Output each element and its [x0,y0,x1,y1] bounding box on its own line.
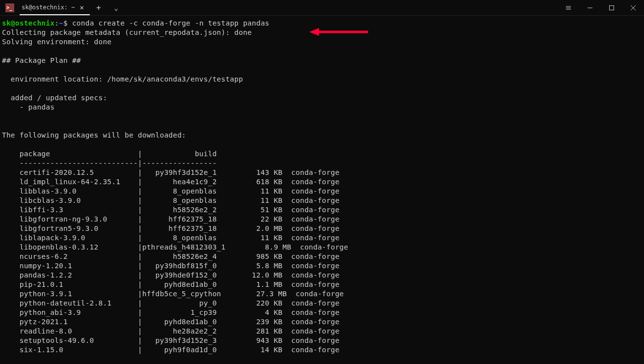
prompt-path: ~ [59,19,63,27]
command-text: conda create -c conda-forge -n testapp p… [68,19,269,27]
output-line: Solving environment: done [2,38,111,46]
output-line: python-dateutil-2.8.1 | py_0 220 KB cond… [2,299,340,307]
output-line: libcblas-3.9.0 | 8_openblas 11 KB conda-… [2,196,340,204]
output-line: certifi-2020.12.5 | py39hf3d152e_1 143 K… [2,168,340,176]
maximize-button[interactable] [601,0,622,15]
titlebar: >_ sk@ostechnix: ~ ✕ + ⌄ [0,0,644,16]
prompt-colon: : [54,19,59,27]
output-line: pytz-2021.1 | pyhd8ed1ab_0 239 KB conda-… [2,318,340,326]
output-line: libgfortran-ng-9.3.0 | hff62375_18 22 KB… [2,215,340,223]
tab-title: sk@ostechnix: ~ [22,4,75,11]
minimize-button[interactable] [579,0,601,15]
new-tab-button[interactable]: + [90,0,107,15]
output-line: package | build [2,150,217,158]
output-line: six-1.15.0 | pyh9f0ad1d_0 14 KB conda-fo… [2,346,340,354]
output-line: - pandas [2,103,54,111]
app-icon: >_ [0,0,20,15]
tab-dropdown-button[interactable]: ⌄ [107,0,125,15]
output-line: numpy-1.20.1 | py39hdbf815f_0 5.8 MB con… [2,262,340,270]
output-line: liblapack-3.9.0 | 8_openblas 11 KB conda… [2,234,340,242]
output-line: readline-8.0 | he28a2e2_2 281 KB conda-f… [2,327,340,335]
output-line: added / updated specs: [2,94,107,102]
close-tab-icon[interactable]: ✕ [80,3,83,11]
output-line: libffi-3.3 | h58526e2_2 51 KB conda-forg… [2,206,340,214]
output-line: ncurses-6.2 | h58526e2_4 985 KB conda-fo… [2,252,340,260]
output-line: The following packages will be downloade… [2,131,186,139]
window-controls [558,0,644,15]
output-line: libblas-3.9.0 | 8_openblas 11 KB conda-f… [2,187,340,195]
output-line: setuptools-49.6.0 | py39hf3d152e_3 943 K… [2,336,340,344]
output-line: ld_impl_linux-64-2.35.1 | hea4e1c9_2 618… [2,178,340,186]
output-line: Collecting package metadata (current_rep… [2,28,252,36]
output-line: python_abi-3.9 | 1_cp39 4 KB conda-forge [2,308,340,316]
terminal-output[interactable]: sk@ostechnix:~$ conda create -c conda-fo… [0,16,644,358]
output-line: libgfortran5-9.3.0 | hff62375_18 2.0 MB … [2,224,340,232]
output-line: environment location: /home/sk/anaconda3… [2,75,243,83]
terminal-icon: >_ [5,3,14,12]
svg-rect-0 [610,5,614,10]
output-line: ## Package Plan ## [2,56,81,64]
menu-icon[interactable] [558,0,579,15]
output-line: pandas-1.2.2 | py39hde0f152_0 12.0 MB co… [2,271,340,279]
output-line: pip-21.0.1 | pyhd8ed1ab_0 1.1 MB conda-f… [2,280,340,288]
tab-active[interactable]: sk@ostechnix: ~ ✕ [20,0,90,15]
prompt-dollar: $ [63,19,68,27]
close-window-button[interactable] [622,0,644,15]
output-line: ---------------------------|------------… [2,159,217,167]
titlebar-drag-area[interactable] [125,0,558,15]
output-line: libopenblas-0.3.12 |pthreads_h4812303_1 … [2,243,348,251]
prompt-user: sk@ostechnix [2,19,54,27]
output-line: python-3.9.1 |hffdb5ce_5_cpython 27.3 MB… [2,290,344,298]
